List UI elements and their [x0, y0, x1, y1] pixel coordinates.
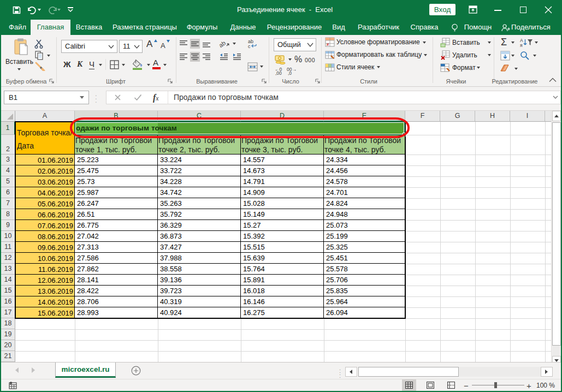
svg-text:я: я — [520, 43, 523, 47]
svg-text:ab: ab — [219, 39, 227, 49]
svg-text:,0: ,0 — [288, 70, 292, 75]
svg-text:,00: ,00 — [275, 70, 282, 75]
svg-text:c: c — [248, 44, 251, 49]
svg-text:≠: ≠ — [327, 42, 329, 47]
